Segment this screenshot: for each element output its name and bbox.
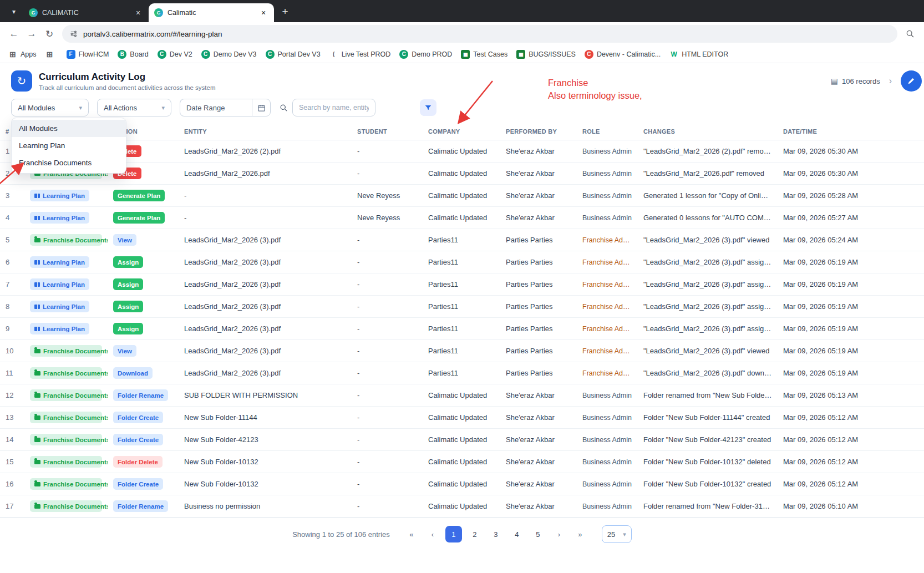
column-header: COMPANY [423,123,500,140]
row-number: 15 [0,451,24,473]
action-cell: Folder Rename [108,384,179,407]
pagination-next-button[interactable]: › [551,526,567,542]
bookmark-label: BUGS/ISSUES [529,50,576,58]
performed-by-cell: She'eraz Akbar [500,429,577,451]
module-icon [34,216,40,220]
pagination-first-button[interactable]: « [403,526,420,542]
student-cell: - [352,140,423,163]
bookmark-item[interactable]: C Demo PROD [395,48,456,61]
bookmark-item[interactable]: ( Live Test PROD [326,48,395,61]
bookmark-favicon-icon: W [669,50,678,59]
edit-fab-button[interactable] [901,70,922,92]
zoom-icon[interactable] [902,26,918,42]
pagination-prev-button[interactable]: ‹ [424,526,441,542]
role-cell: Franchise Admin [577,229,638,251]
bookmark-item[interactable]: C Devenv - Calimatic... [581,48,664,61]
datetime-cell: Mar 09, 2026 05:28 AM [778,185,924,207]
browser-tab[interactable]: C CALIMATIC × [23,3,149,22]
site-settings-icon[interactable] [70,30,78,38]
module-badge: Franchise Documents [30,367,102,379]
collapse-chevron-icon[interactable]: › [889,76,892,86]
bookmark-item[interactable]: F FlowHCM [63,48,113,61]
date-range-input[interactable] [180,99,252,116]
student-cell: - [352,273,423,296]
student-cell: - [352,251,423,273]
bookmark-item[interactable]: W HTML EDITOR [666,48,732,61]
performed-by-cell: She'eraz Akbar [500,163,577,185]
action-badge: Assign [113,323,143,334]
bookmark-item[interactable]: ▦ Test Cases [457,48,511,61]
pagination-last-button[interactable]: » [572,526,588,542]
page-button[interactable]: 1 [445,526,462,542]
tab-close-icon[interactable]: × [258,8,268,18]
student-cell: - [352,495,423,518]
module-badge: Learning Plan [30,323,89,334]
module-cell: Franchise Documents [24,407,108,429]
column-header: ROLE [577,123,638,140]
module-cell: Learning Plan [24,318,108,340]
browser-tab[interactable]: C Calimatic × [149,3,274,22]
tab-search-button[interactable]: ▾ [7,4,21,19]
action-badge: Assign [113,278,143,290]
bookmark-favicon-icon: ( [329,50,338,59]
page-button[interactable]: 2 [466,526,483,542]
action-cell: Download [108,362,179,384]
tab-close-icon[interactable]: × [133,8,143,18]
company-cell: Calimatic Updated [423,407,500,429]
module-badge: Franchise Documents [30,478,102,490]
actions-select[interactable]: All Actions ▾ [97,99,171,116]
action-cell: Folder Rename [108,495,179,518]
action-badge: View [113,345,136,357]
action-badge: Generate Plan [113,212,165,224]
table-row: 7 Learning Plan Assign LeadsGrid_Mar2_2 [0,273,924,296]
page-button[interactable]: 3 [488,526,504,542]
bookmark-favicon-icon: ▦ [461,50,470,59]
performed-by-cell: She'eraz Akbar [500,473,577,495]
bookmark-label: Demo PROD [412,50,452,58]
calimatic-favicon-icon: C [154,8,163,17]
bookmark-item[interactable]: C Dev V2 [154,48,196,61]
bookmark-label: Dev V2 [170,50,192,58]
page-size-select[interactable]: 25 ▾ [602,525,632,543]
back-button[interactable]: ← [6,26,22,42]
forward-button[interactable]: → [23,26,40,42]
bookmark-item[interactable]: B Board [114,48,152,61]
modules-select[interactable]: All Modules ▾ [11,99,89,116]
search-input[interactable] [292,99,375,116]
role-cell: Business Admin [577,163,638,185]
action-badge: Folder Rename [113,389,168,401]
changes-cell: "LeadsGrid_Mar2_2026 (3).pdf" assigned [638,273,778,296]
page-button[interactable]: 4 [509,526,525,542]
chevron-down-icon: ▾ [79,104,82,111]
reload-button[interactable]: ↻ [41,26,58,42]
modules-dropdown-panel: All Modules Learning Plan Franchise Docu… [11,118,126,174]
url-bar[interactable]: portalv3.calibermatrix.com/#/learning-pl… [62,25,897,43]
bookmark-item[interactable]: C Demo Dev V3 [197,48,261,61]
bookmark-item[interactable]: C Portal Dev V3 [262,48,324,61]
datetime-cell: Mar 09, 2026 05:13 AM [778,384,924,407]
page-subtitle: Track all curriculum and document activi… [39,84,216,91]
page-button[interactable]: 5 [530,526,546,542]
table-row: 12 Franchise Documents Folder Rename SU [0,384,924,407]
bookmark-item[interactable]: ⊞ Apps [4,48,40,61]
row-number: 6 [0,251,24,273]
action-cell: Assign [108,251,179,273]
company-cell: Parties11 [423,340,500,362]
table-row: 9 Learning Plan Assign LeadsGrid_Mar2_2 [0,318,924,340]
table-row: 5 Franchise Documents View LeadsGrid_Ma [0,229,924,251]
bookmark-item[interactable]: ▦ BUGS/ISSUES [512,48,580,61]
dropdown-option[interactable]: All Modules [12,120,126,137]
performed-by-cell: She'eraz Akbar [500,207,577,229]
new-tab-button[interactable]: + [277,4,293,19]
dropdown-option[interactable]: Learning Plan [12,137,126,154]
table-row: 15 Franchise Documents Folder Delete Ne [0,451,924,473]
action-cell: Folder Create [108,407,179,429]
row-number: 12 [0,384,24,407]
calendar-icon[interactable] [252,99,271,116]
datetime-cell: Mar 09, 2026 05:12 AM [778,451,924,473]
dropdown-option[interactable]: Franchise Documents [12,154,126,171]
tab-title: Calimatic [167,9,196,17]
filter-funnel-button[interactable] [420,99,436,116]
bookmark-item[interactable]: ⊞ [42,48,62,61]
module-badge: Franchise Documents [30,345,102,357]
